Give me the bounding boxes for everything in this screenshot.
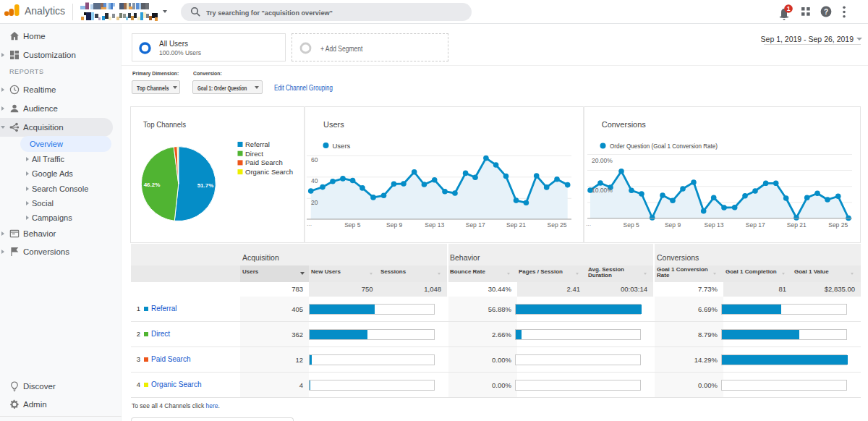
svg-text:Order Question (Goal 1 Convers: Order Question (Goal 1 Conversion Rate): [610, 142, 718, 150]
svg-text:...: ...: [307, 220, 312, 227]
svg-text:51.7%: 51.7%: [197, 182, 214, 189]
svg-text:Sep 25: Sep 25: [548, 221, 567, 229]
svg-text:Direct: Direct: [245, 150, 263, 158]
svg-text:20.00%: 20.00%: [592, 157, 613, 164]
svg-text:60: 60: [311, 156, 318, 163]
svg-text:Users: Users: [333, 142, 351, 150]
svg-text:20: 20: [311, 199, 318, 206]
svg-text:40: 40: [311, 177, 318, 184]
svg-text:Users: Users: [323, 120, 344, 129]
svg-text:Sep 13: Sep 13: [705, 221, 724, 229]
svg-text:Sep 25: Sep 25: [828, 221, 848, 229]
svg-text:Sep 13: Sep 13: [425, 221, 444, 229]
svg-text:10.00%: 10.00%: [592, 187, 613, 194]
svg-text:Paid Search: Paid Search: [245, 158, 283, 166]
svg-text:Referral: Referral: [245, 140, 270, 148]
svg-text:Conversions: Conversions: [602, 120, 647, 129]
svg-text:46.2%: 46.2%: [144, 182, 161, 188]
svg-text:Sep 21: Sep 21: [506, 221, 526, 229]
svg-text:?: ?: [824, 8, 828, 16]
svg-text:1: 1: [787, 5, 791, 12]
svg-text:Sep 9: Sep 9: [665, 221, 681, 229]
svg-text:Sep 17: Sep 17: [466, 221, 485, 229]
svg-text:Sep 17: Sep 17: [746, 221, 765, 229]
svg-text:Top Channels: Top Channels: [143, 120, 186, 129]
svg-text:...: ...: [586, 220, 591, 227]
svg-text:Sep 5: Sep 5: [624, 221, 639, 229]
svg-text:Organic Search: Organic Search: [245, 168, 293, 176]
svg-text:Sep 5: Sep 5: [344, 221, 360, 229]
svg-text:Sep 21: Sep 21: [787, 221, 807, 229]
svg-text:Sep 9: Sep 9: [386, 221, 402, 229]
